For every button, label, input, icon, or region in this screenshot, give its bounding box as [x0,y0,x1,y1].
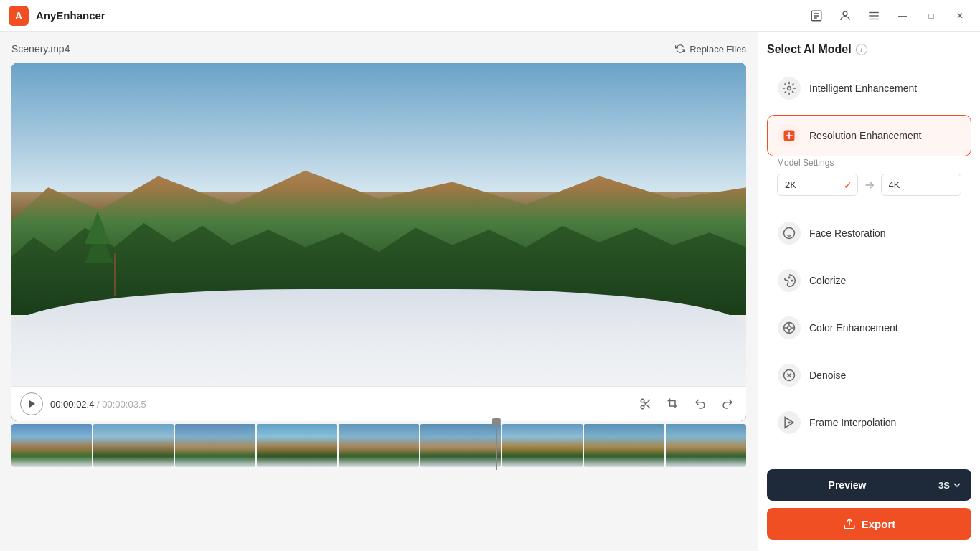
marker-line [496,427,497,470]
export-icon [843,517,856,530]
preview-duration[interactable]: 3S [928,469,971,501]
timeline-thumb-3 [175,424,255,467]
play-button[interactable] [20,392,43,415]
face-icon [778,222,801,245]
svg-marker-5 [29,400,35,408]
scene-sky [11,63,746,192]
model-item-face[interactable]: Face Restoration [767,212,971,254]
model-item-color-enhance[interactable]: Color Enhancement [767,307,971,349]
timeline-thumb-2 [93,424,174,467]
current-time: 00:00:02.4 / 00:00:03.5 [50,399,146,410]
replace-files-button[interactable]: Replace Files [675,44,746,55]
minimize-button[interactable]: — [891,4,914,27]
bottom-buttons: Preview 3S Export [767,458,971,540]
preview-button[interactable]: Preview 3S [767,469,971,501]
timeline-container[interactable] [11,424,746,467]
marker-head [492,418,501,427]
user-icon-btn[interactable] [834,4,857,27]
video-container: 00:00:02.4 / 00:00:03.5 [11,63,746,421]
frame-icon [778,411,801,434]
scissors-icon[interactable] [636,394,656,414]
model-settings-label: Model Settings [777,158,961,168]
video-controls: 00:00:02.4 / 00:00:03.5 [11,386,746,421]
face-label: Face Restoration [809,227,886,239]
scene-snow [11,289,746,386]
output-resolution-select[interactable]: 4K 2K 1080p [881,174,962,196]
denoise-label: Denoise [809,369,846,381]
tree-canopy-2 [85,212,110,244]
model-settings: Model Settings 2K 1080p 720p ✓ 4K [767,158,971,206]
maximize-button[interactable]: □ [920,4,943,27]
left-panel: Scenery.mp4 Replace Files [0,32,758,551]
timeline-thumb-5 [339,424,419,467]
preview-main: Preview [767,469,928,501]
intelligent-icon [778,77,801,100]
model-item-frame[interactable]: Frame Interpolation [767,402,971,443]
colorize-icon [778,269,801,292]
right-panel: Select AI Model i Intelligent Enhancemen… [758,32,980,551]
timeline-thumb-6 [420,424,501,467]
timeline-thumb-7 [502,424,583,467]
model-item-colorize[interactable]: Colorize [767,260,971,301]
edit-icon-btn[interactable] [805,4,828,27]
timeline-thumb-8 [584,424,664,467]
titlebar: A AnyEnhancer — □ ✕ [0,0,980,32]
redo-icon[interactable] [717,394,738,414]
video-preview [11,63,746,386]
divider-1 [767,209,971,209]
colorize-label: Colorize [809,275,846,286]
svg-point-13 [784,228,795,239]
app-logo: A [9,6,29,26]
timeline-thumb-9 [666,424,746,467]
svg-point-11 [788,87,791,90]
svg-point-14 [788,277,790,278]
export-button[interactable]: Export [767,508,971,540]
svg-point-1 [843,11,847,16]
svg-point-15 [791,280,793,281]
main-layout: Scenery.mp4 Replace Files [0,32,980,551]
color-enhance-label: Color Enhancement [809,322,898,334]
window-controls: — □ ✕ [805,4,971,27]
timeline-thumb-4 [257,424,337,467]
close-button[interactable]: ✕ [948,4,971,27]
model-item-denoise[interactable]: Denoise [767,354,971,396]
resolution-icon [778,124,801,147]
controls-right [636,394,738,414]
file-header: Scenery.mp4 Replace Files [11,43,746,55]
input-resolution-wrapper: 2K 1080p 720p ✓ [777,174,858,196]
menu-icon-btn[interactable] [862,4,885,27]
tree-trunk [114,253,116,296]
model-item-resolution[interactable]: Resolution Enhancement [767,115,971,156]
timeline-marker [492,418,501,470]
check-icon: ✓ [844,179,852,191]
timeline-strip [11,424,746,467]
panel-title: Select AI Model i [767,43,971,56]
crop-icon[interactable] [663,394,683,414]
frame-label: Frame Interpolation [809,417,896,428]
model-item-intelligent[interactable]: Intelligent Enhancement [767,67,971,109]
file-name: Scenery.mp4 [11,43,70,55]
denoise-icon [778,364,801,387]
svg-point-6 [641,399,644,402]
svg-point-7 [641,405,644,409]
resolution-row: 2K 1080p 720p ✓ 4K 2K 1080p [777,174,961,196]
undo-icon[interactable] [690,394,710,414]
timeline-thumb-1 [11,424,92,467]
info-icon[interactable]: i [856,44,867,55]
svg-line-10 [644,402,646,404]
svg-point-23 [788,422,790,423]
chevron-down-icon [953,481,961,489]
svg-point-17 [788,326,791,330]
arrow-right-icon [864,179,875,191]
color-enhance-icon [778,316,801,339]
resolution-label: Resolution Enhancement [809,130,921,141]
app-title: AnyEnhancer [36,9,105,22]
intelligent-label: Intelligent Enhancement [809,83,917,94]
output-resolution-wrapper: 4K 2K 1080p [881,174,962,196]
svg-line-9 [647,405,650,408]
